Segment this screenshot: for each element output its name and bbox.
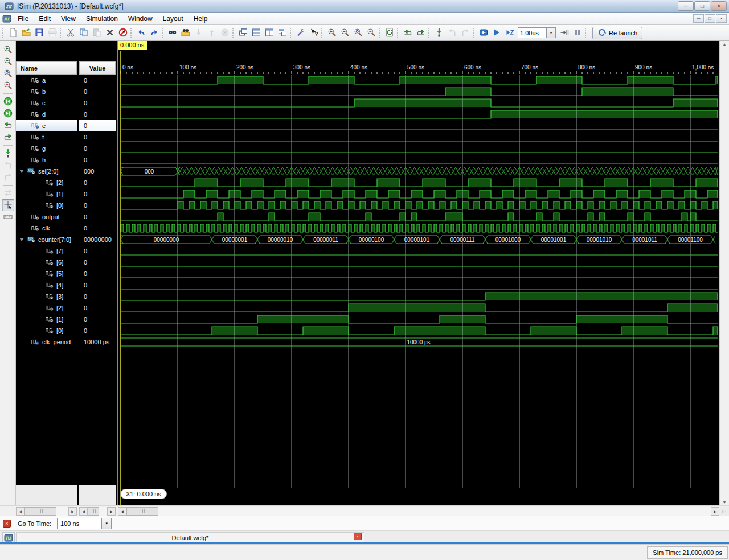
maximize-button[interactable]: □ xyxy=(694,1,710,11)
zoom-cursor-button[interactable] xyxy=(364,26,378,39)
tab-close-icon[interactable]: × xyxy=(354,533,362,540)
scroll-up-icon[interactable]: ▲ xyxy=(723,42,727,46)
menu-layout[interactable]: Layout xyxy=(158,13,189,24)
undo-button[interactable] xyxy=(134,26,148,39)
crosshair-tool-button[interactable] xyxy=(2,199,14,211)
redo-button[interactable] xyxy=(148,26,161,39)
zoom-cursor-button[interactable] xyxy=(2,80,14,92)
signal-row-output[interactable]: output xyxy=(16,211,77,223)
step-button[interactable] xyxy=(558,26,571,39)
cut-button[interactable] xyxy=(64,26,77,39)
names-hscrollbar[interactable]: ◀ ▶ xyxy=(16,507,77,516)
menu-file[interactable]: File xyxy=(13,13,34,24)
jump-prev-button[interactable] xyxy=(401,26,414,39)
goto-end-button[interactable] xyxy=(2,108,14,120)
signal-row--0-[interactable]: [0] xyxy=(16,325,77,336)
jump-prev-button[interactable] xyxy=(2,120,14,131)
close-button[interactable]: × xyxy=(711,1,727,11)
signal-row--5-[interactable]: [5] xyxy=(16,268,77,279)
zoom-in-button[interactable] xyxy=(325,26,338,39)
signal-row--0-[interactable]: [0] xyxy=(16,200,77,211)
save-button[interactable] xyxy=(32,26,46,39)
open-folder-button[interactable] xyxy=(19,26,32,39)
mdi-close-button[interactable]: × xyxy=(716,14,727,23)
pause-button[interactable] xyxy=(571,26,584,39)
signal-row-clk-period[interactable]: cclk_period xyxy=(16,336,77,348)
waveform-canvas[interactable]: 0 ns100 ns200 ns300 ns400 ns500 ns600 ns… xyxy=(118,41,719,505)
tile-horizontal-button[interactable] xyxy=(249,26,263,39)
find-in-files-button[interactable] xyxy=(179,26,192,39)
signal-row-b[interactable]: b xyxy=(16,86,77,97)
waveform-tab-icon[interactable] xyxy=(2,532,15,543)
relaunch-button[interactable]: Re-launch xyxy=(592,27,642,39)
run-for-time-button[interactable] xyxy=(503,26,516,39)
scroll-right-icon[interactable]: ▶ xyxy=(68,507,77,516)
goto-time-input[interactable] xyxy=(57,518,101,529)
scroll-right-icon[interactable]: ▶ xyxy=(107,507,116,516)
signal-row--7-[interactable]: [7] xyxy=(16,245,77,257)
zoom-fit-button[interactable] xyxy=(351,26,364,39)
signal-row-sel-2-0-[interactable]: sel[2:0] xyxy=(16,166,77,177)
signal-row-c[interactable]: c xyxy=(16,97,77,109)
signal-row--4-[interactable]: [4] xyxy=(16,279,77,291)
zoom-out-button[interactable] xyxy=(338,26,351,39)
menu-window[interactable]: Window xyxy=(123,13,158,24)
scroll-left-icon[interactable]: ◀ xyxy=(79,507,88,516)
signal-row-h[interactable]: h xyxy=(16,154,77,166)
add-marker-button[interactable] xyxy=(2,147,14,159)
settings-wrench-button[interactable] xyxy=(294,26,307,39)
signal-row-g[interactable]: g xyxy=(16,143,77,154)
sim-time-dropdown-button[interactable]: ▼ xyxy=(546,27,556,38)
refresh-button[interactable] xyxy=(383,26,396,39)
values-hscrollbar[interactable]: ◀ ▶ xyxy=(79,507,116,516)
goto-time-dropdown-button[interactable]: ▼ xyxy=(101,518,112,529)
zoom-in-button[interactable] xyxy=(2,44,14,56)
vertical-scrollbar[interactable]: ▲ ▼ xyxy=(719,41,729,505)
tab-default-wcfg[interactable]: Default.wcfg* xyxy=(16,532,364,543)
zoom-out-button[interactable] xyxy=(2,56,14,68)
resize-grip[interactable]: ◫ xyxy=(719,507,729,516)
no-simulation-button[interactable] xyxy=(116,26,129,39)
menu-simulation[interactable]: Simulation xyxy=(81,13,123,24)
expander-icon[interactable] xyxy=(19,238,26,241)
signal-row-f[interactable]: f xyxy=(16,131,77,143)
mdi-restore-button[interactable]: □ xyxy=(705,14,715,23)
delete-button[interactable] xyxy=(103,26,116,39)
menu-edit[interactable]: Edit xyxy=(34,13,56,24)
goto-start-button[interactable] xyxy=(2,96,14,108)
signal-row-clk[interactable]: clk xyxy=(16,223,77,234)
scroll-down-icon[interactable]: ▼ xyxy=(723,500,727,504)
menu-view[interactable]: View xyxy=(56,13,81,24)
jump-next-button[interactable] xyxy=(2,131,14,143)
run-all-button[interactable] xyxy=(490,26,503,39)
cascade-windows-button[interactable] xyxy=(236,26,249,39)
signal-row-counter-7-0-[interactable]: counter[7:0] xyxy=(16,234,77,245)
copy-button[interactable] xyxy=(77,26,90,39)
menu-help[interactable]: Help xyxy=(189,13,213,24)
signal-row-a[interactable]: a xyxy=(16,75,77,86)
add-marker-button[interactable] xyxy=(432,26,445,39)
measure-tool-button[interactable] xyxy=(2,211,14,223)
find-button[interactable] xyxy=(166,26,179,39)
restart-button[interactable] xyxy=(477,26,490,39)
signal-row--6-[interactable]: [6] xyxy=(16,257,77,268)
scroll-left-icon[interactable]: ◀ xyxy=(118,507,126,516)
minimize-button[interactable]: ─ xyxy=(678,1,694,11)
tile-vertical-button[interactable] xyxy=(263,26,276,39)
zoom-fit-button[interactable] xyxy=(2,68,14,80)
arrange-windows-button[interactable] xyxy=(276,26,289,39)
scroll-right-icon[interactable]: ▶ xyxy=(711,507,719,516)
sim-time-input[interactable] xyxy=(518,27,546,38)
signal-row--2-[interactable]: [2] xyxy=(16,177,77,188)
jump-next-button[interactable] xyxy=(414,26,427,39)
signal-row--2-[interactable]: [2] xyxy=(16,302,77,314)
signal-row-e[interactable]: e xyxy=(16,120,77,131)
new-document-button[interactable] xyxy=(6,26,19,39)
signal-row--1-[interactable]: [1] xyxy=(16,314,77,325)
whats-this-button[interactable]: ? xyxy=(307,26,320,39)
signal-row-d[interactable]: d xyxy=(16,109,77,120)
signal-row--1-[interactable]: [1] xyxy=(16,188,77,200)
wave-hscrollbar[interactable]: ◀ ▶ xyxy=(118,507,719,516)
close-goto-bar-button[interactable]: × xyxy=(3,520,11,528)
expander-icon[interactable] xyxy=(19,170,26,173)
